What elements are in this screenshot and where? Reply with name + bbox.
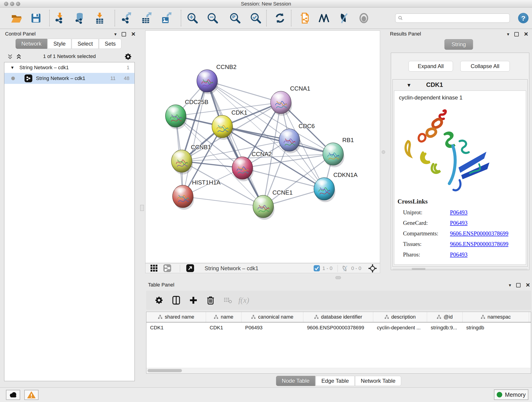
crosslink-link[interactable]: 9606.ENSP00000378699 [450,230,508,237]
crosslink-link[interactable]: 9606.ENSP00000378699 [450,241,508,247]
panel-float-icon[interactable] [514,32,519,36]
column-header-namespac[interactable]: namespac [462,312,529,322]
table-hscrollbar[interactable] [147,368,531,373]
tree-expand-icon[interactable]: ▼ [10,65,14,70]
tab-string[interactable]: String [444,39,473,50]
detach-view-icon[interactable] [186,264,194,273]
memory-button[interactable]: Memory [494,389,528,400]
network-node-CCNA1[interactable] [271,91,292,116]
table-cell: P06493 [241,325,303,331]
export-image-icon[interactable] [159,11,173,26]
refresh-layout-icon[interactable] [273,11,287,26]
node-label-CDKN1A: CDKN1A [333,172,358,178]
add-column-icon[interactable] [187,294,200,307]
search-input[interactable] [403,15,507,21]
crosslink-row: GeneCard:P06493 [403,218,524,228]
splitter-handle[interactable] [336,276,341,279]
zoom-fit-icon[interactable] [228,11,242,26]
column-header-shared-name[interactable]: shared name [146,312,206,322]
expand-all-button[interactable]: Expand All [409,61,453,71]
network-badge-icon[interactable] [163,264,171,273]
column-header--id[interactable]: @id [427,312,462,322]
panel-collapse-icon[interactable]: ▾ [114,32,117,37]
column-header-description[interactable]: description [373,312,427,322]
zoom-selected-icon[interactable] [248,11,263,26]
column-header-name[interactable]: name [206,312,241,322]
memory-status-icon [497,392,502,397]
table-panel-title: Table Panel [148,282,174,288]
network-node-CDC6[interactable] [279,129,301,153]
table-row[interactable]: CDK1CDK1P064939606.ENSP00000378699cyclin… [146,322,531,333]
clone-network-icon[interactable] [298,11,312,26]
network-node-CDK1[interactable] [212,115,234,140]
selected-checkbox-icon[interactable] [314,265,320,272]
table-cell: cyclin-dependent ... [373,325,427,331]
crosslink-link[interactable]: P06493 [450,220,467,226]
select-columns-icon[interactable] [170,294,183,307]
splitter-handle[interactable] [140,205,144,211]
open-session-icon[interactable] [9,11,24,26]
network-node-CCNB2[interactable] [197,70,218,94]
export-network-icon[interactable] [119,11,133,26]
hidden-eye-icon[interactable] [342,265,348,273]
save-session-icon[interactable] [29,11,43,26]
network-collection-row[interactable]: ▼ String Network – cdk1 1 [4,62,134,73]
tab-sets[interactable]: Sets [99,39,121,49]
import-table-icon[interactable] [92,11,107,26]
panel-close-icon[interactable]: ✕ [131,31,136,37]
network-node-HIST1H1A[interactable] [172,185,194,210]
column-header-database-identifier[interactable]: database identifier [303,312,373,322]
crosslink-link[interactable]: P06493 [450,251,467,258]
zoom-out-icon[interactable] [205,11,220,26]
tab-network-table[interactable]: Network Table [355,376,401,386]
help-icon[interactable]: ? [516,11,531,26]
crosslink-link[interactable]: P06493 [450,209,467,216]
birdseye-grid-icon[interactable] [150,264,158,273]
node-label-RB1: RB1 [342,137,354,143]
crosslink-row: Uniprot:P06493 [403,207,524,218]
import-database-icon[interactable] [72,11,87,26]
column-header-canonical-name[interactable]: canonical name [241,312,303,322]
collection-count: 1 [127,65,129,70]
control-panel-title: Control Panel [5,31,36,37]
crosslink-label: Pharos: [403,251,450,258]
table-cell: CDK1 [206,325,241,331]
window-title: Session: New Session [0,1,532,7]
network-node-CDC25B[interactable] [165,105,187,129]
panel-close-icon[interactable]: ✕ [526,282,530,288]
tab-network[interactable]: Network [16,39,47,49]
tab-node-table[interactable]: Node Table [276,376,315,386]
network-node-CCNE1[interactable] [253,195,274,220]
panel-close-icon[interactable]: ✕ [524,31,528,37]
gear-icon[interactable] [125,53,132,60]
hide-selected-icon[interactable] [336,11,351,26]
panel-float-icon[interactable] [122,32,126,36]
warning-button[interactable] [24,390,38,400]
network-canvas[interactable]: CCNB2CCNA1CDC25BCDK1CDC6RB1CCNB1CCNA2CDK… [145,31,380,263]
panel-float-icon[interactable] [516,283,520,287]
import-network-icon[interactable] [52,11,67,26]
export-table-icon[interactable] [139,11,153,26]
tab-edge-table[interactable]: Edge Table [316,376,355,386]
zoom-in-icon[interactable] [185,11,200,26]
network-node-CDKN1A[interactable] [314,178,336,202]
show-all-icon[interactable] [356,11,371,26]
node-count: 11 [110,75,116,81]
first-neighbors-icon[interactable] [317,11,331,26]
svg-text:?: ? [521,14,526,22]
tab-select[interactable]: Select [72,39,99,49]
delete-column-icon[interactable] [204,294,217,307]
cloud-button[interactable] [6,390,20,400]
panel-collapse-icon[interactable]: ▾ [507,32,509,37]
fit-selected-crosshair-icon[interactable] [368,264,377,274]
crosslinks-heading: CrossLinks [398,198,428,205]
results-hscrollbar[interactable] [393,268,528,270]
network-row-selected[interactable]: String Network – cdk1 11 48 [4,73,134,84]
collapse-all-button[interactable]: Collapse All [460,61,510,71]
section-collapse-icon[interactable]: ▼ [406,82,412,88]
tab-style[interactable]: Style [48,39,71,49]
table-gear-icon[interactable] [152,294,165,307]
network-node-RB1[interactable] [323,143,344,167]
splitter-handle[interactable] [382,150,385,154]
panel-collapse-icon[interactable]: ▾ [509,282,511,288]
